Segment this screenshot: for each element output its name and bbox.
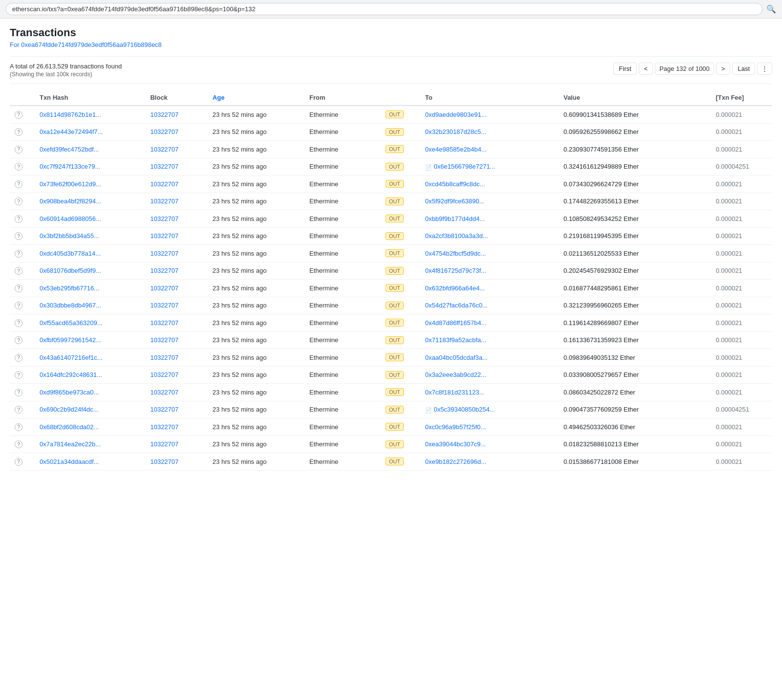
- row-block[interactable]: 10322707: [145, 262, 207, 280]
- block-link[interactable]: 10322707: [150, 406, 178, 413]
- row-block[interactable]: 10322707: [145, 106, 207, 123]
- row-txn-hash[interactable]: 0x43a61407216ef1c...: [35, 349, 146, 367]
- txn-hash-link[interactable]: 0x60914ad6988056...: [40, 215, 101, 222]
- to-address-link[interactable]: 0x4d87d86ff1657b4...: [425, 319, 487, 327]
- info-icon[interactable]: ?: [15, 371, 22, 379]
- row-to[interactable]: 0xd9aedde9803e91...: [420, 106, 559, 123]
- to-address-link[interactable]: 0x54d27fac6da76c0...: [425, 302, 488, 309]
- row-icon[interactable]: ?: [10, 245, 35, 262]
- row-txn-hash[interactable]: 0x73fe62f00e612d9...: [35, 175, 146, 193]
- row-icon[interactable]: ?: [10, 436, 35, 453]
- row-to[interactable]: 0xc0c96a9b57f25f0...: [420, 418, 559, 436]
- row-txn-hash[interactable]: 0x53eb295fb67716...: [35, 280, 146, 297]
- row-txn-hash[interactable]: 0x3bf2bb5bd34a55...: [35, 227, 146, 245]
- row-icon[interactable]: ?: [10, 401, 35, 418]
- row-txn-hash[interactable]: 0x908bea4bf2f8294...: [35, 193, 146, 210]
- row-txn-hash[interactable]: 0x60914ad6988056...: [35, 210, 146, 228]
- to-address-link[interactable]: 0xa2cf3b8100a3a3d...: [425, 232, 488, 240]
- row-icon[interactable]: ?: [10, 280, 35, 297]
- to-address-link[interactable]: 0x32b230187d28c5...: [425, 128, 486, 135]
- txn-hash-link[interactable]: 0xf55acd65a363209...: [40, 319, 103, 327]
- row-icon[interactable]: ?: [10, 331, 35, 349]
- row-to[interactable]: 0x632bfd966a64e4...: [420, 280, 559, 297]
- row-to[interactable]: 0x54d27fac6da76c0...: [420, 297, 559, 314]
- txn-hash-link[interactable]: 0x681076dbef5d9f9...: [40, 267, 101, 274]
- last-button[interactable]: Last: [732, 63, 755, 75]
- row-to[interactable]: 0x4d87d86ff1657b4...: [420, 314, 559, 332]
- info-icon[interactable]: ?: [15, 302, 22, 309]
- info-icon[interactable]: ?: [15, 284, 22, 292]
- row-to[interactable]: 0x4f816725d79c73f...: [420, 262, 559, 280]
- to-address-link[interactable]: 0x7c8f181d231123...: [425, 389, 484, 396]
- txn-hash-link[interactable]: 0x53eb295fb67716...: [40, 284, 99, 292]
- block-link[interactable]: 10322707: [150, 440, 178, 448]
- info-icon[interactable]: ?: [15, 180, 22, 188]
- txn-hash-link[interactable]: 0xa12e443e72494f7...: [40, 128, 103, 135]
- info-icon[interactable]: ?: [15, 336, 22, 344]
- row-block[interactable]: 10322707: [145, 436, 207, 453]
- to-address-link[interactable]: 0xe9b182c272696d...: [425, 458, 486, 465]
- info-icon[interactable]: ?: [15, 267, 22, 275]
- info-icon[interactable]: ?: [15, 197, 22, 205]
- browser-url[interactable]: etherscan.io/txs?a=0xea674fdde714fd979de…: [6, 3, 762, 15]
- row-block[interactable]: 10322707: [145, 123, 207, 141]
- row-to[interactable]: 0xcd45b8caff9c8dc...: [420, 175, 559, 193]
- row-block[interactable]: 10322707: [145, 401, 207, 418]
- txn-hash-link[interactable]: 0x3bf2bb5bd34a55...: [40, 232, 99, 240]
- txn-hash-link[interactable]: 0x164dfc292c48631...: [40, 371, 102, 378]
- to-address-link[interactable]: 0x5c39340850b254...: [434, 406, 495, 413]
- block-link[interactable]: 10322707: [150, 336, 178, 344]
- block-link[interactable]: 10322707: [150, 371, 178, 378]
- block-link[interactable]: 10322707: [150, 267, 178, 274]
- txn-hash-link[interactable]: 0x73fe62f00e612d9...: [40, 180, 101, 188]
- row-block[interactable]: 10322707: [145, 384, 207, 401]
- row-txn-hash[interactable]: 0x5021a34ddaacdf...: [35, 453, 146, 471]
- address-link[interactable]: For 0xea674fdde714fd979de3edf0f56aa9716b…: [10, 41, 162, 48]
- txn-hash-link[interactable]: 0x43a61407216ef1c...: [40, 354, 103, 361]
- txn-hash-link[interactable]: 0x690c2b9d24f4dc...: [40, 406, 99, 413]
- row-icon[interactable]: ?: [10, 141, 35, 158]
- first-button[interactable]: First: [613, 63, 636, 75]
- row-to[interactable]: 📄 0x6e1566798e7271...: [420, 158, 559, 175]
- block-link[interactable]: 10322707: [150, 232, 178, 240]
- to-address-link[interactable]: 0xe4e98585e2b4b4...: [425, 146, 487, 153]
- row-icon[interactable]: ?: [10, 297, 35, 314]
- search-icon[interactable]: 🔍: [766, 4, 776, 14]
- row-to[interactable]: 0x71183f9a52acbfa...: [420, 331, 559, 349]
- info-icon[interactable]: ?: [15, 163, 22, 171]
- row-icon[interactable]: ?: [10, 210, 35, 228]
- row-txn-hash[interactable]: 0x164dfc292c48631...: [35, 366, 146, 384]
- block-link[interactable]: 10322707: [150, 146, 178, 153]
- row-icon[interactable]: ?: [10, 418, 35, 436]
- row-to[interactable]: 0x32b230187d28c5...: [420, 123, 559, 141]
- row-to[interactable]: 0x5f92df9fce63890...: [420, 193, 559, 210]
- txn-hash-link[interactable]: 0xd9f865be973ca0...: [40, 389, 99, 396]
- txn-hash-link[interactable]: 0x908bea4bf2f8294...: [40, 197, 101, 205]
- row-icon[interactable]: ?: [10, 227, 35, 245]
- txn-hash-link[interactable]: 0x7a7814ea2ec22b...: [40, 440, 101, 448]
- row-to[interactable]: 0x3a2eee3ab9cd22...: [420, 366, 559, 384]
- txn-hash-link[interactable]: 0x5021a34ddaacdf...: [40, 458, 99, 465]
- block-link[interactable]: 10322707: [150, 354, 178, 361]
- to-address-link[interactable]: 0x632bfd966a64e4...: [425, 284, 485, 292]
- row-icon[interactable]: ?: [10, 349, 35, 367]
- row-icon[interactable]: ?: [10, 193, 35, 210]
- block-link[interactable]: 10322707: [150, 319, 178, 327]
- row-block[interactable]: 10322707: [145, 141, 207, 158]
- info-icon[interactable]: ?: [15, 458, 22, 466]
- row-txn-hash[interactable]: 0xd9f865be973ca0...: [35, 384, 146, 401]
- row-block[interactable]: 10322707: [145, 227, 207, 245]
- row-block[interactable]: 10322707: [145, 158, 207, 175]
- row-block[interactable]: 10322707: [145, 314, 207, 332]
- row-block[interactable]: 10322707: [145, 210, 207, 228]
- txn-hash-link[interactable]: 0x8114d98762b1e1...: [40, 111, 101, 118]
- row-txn-hash[interactable]: 0x303dbbe8db4967...: [35, 297, 146, 314]
- row-icon[interactable]: ?: [10, 384, 35, 401]
- block-link[interactable]: 10322707: [150, 250, 178, 257]
- info-icon[interactable]: ?: [15, 128, 22, 136]
- to-address-link[interactable]: 0x71183f9a52acbfa...: [425, 336, 486, 344]
- info-icon[interactable]: ?: [15, 215, 22, 223]
- row-to[interactable]: 0x4754b2fbcf5d9dc...: [420, 245, 559, 262]
- info-icon[interactable]: ?: [15, 406, 22, 414]
- to-address-link[interactable]: 0x5f92df9fce63890...: [425, 197, 484, 205]
